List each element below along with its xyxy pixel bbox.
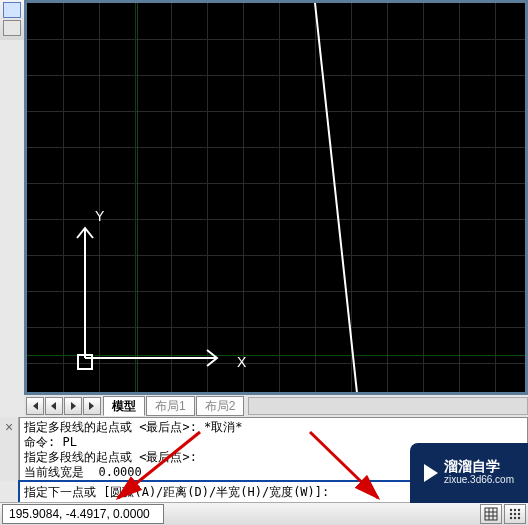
svg-point-9: [514, 509, 516, 511]
svg-rect-3: [485, 508, 497, 520]
axis-x-label: X: [237, 354, 246, 370]
drawing-canvas[interactable]: X Y: [27, 3, 525, 392]
watermark-logo: 溜溜自学 zixue.3d66.com: [410, 443, 528, 503]
svg-point-15: [514, 517, 516, 519]
svg-point-10: [518, 509, 520, 511]
snap-toggle-button[interactable]: [504, 504, 526, 524]
nav-last-button[interactable]: [83, 397, 101, 415]
axis-y-label: Y: [95, 208, 104, 224]
svg-point-11: [510, 513, 512, 515]
nav-next-button[interactable]: [64, 397, 82, 415]
grid-icon: [484, 507, 498, 521]
nav-prev-button[interactable]: [45, 397, 63, 415]
tabs-scrollbar[interactable]: [248, 397, 528, 415]
drawing-canvas-frame: X Y: [24, 0, 528, 395]
svg-point-13: [518, 513, 520, 515]
logo-text-en: zixue.3d66.com: [444, 473, 514, 487]
tool-button-1[interactable]: [3, 2, 21, 18]
left-toolbar: [0, 0, 25, 40]
tab-model[interactable]: 模型: [103, 396, 145, 416]
layout-tabs-row: 模型 布局1 布局2: [24, 395, 528, 417]
ucs-origin-box: [77, 354, 93, 370]
logo-text-cn: 溜溜自学: [444, 459, 514, 473]
close-icon: ×: [5, 419, 13, 435]
nav-first-button[interactable]: [26, 397, 44, 415]
svg-point-8: [510, 509, 512, 511]
snap-icon: [508, 507, 522, 521]
play-icon: [424, 464, 438, 482]
grid-toggle-button[interactable]: [480, 504, 502, 524]
svg-point-16: [518, 517, 520, 519]
tab-layout2[interactable]: 布局2: [196, 396, 245, 416]
ucs-icon: [67, 198, 247, 378]
svg-point-12: [514, 513, 516, 515]
svg-line-0: [315, 3, 357, 392]
status-bar: 195.9084, -4.4917, 0.0000: [0, 502, 528, 525]
coordinate-readout[interactable]: 195.9084, -4.4917, 0.0000: [2, 504, 164, 524]
svg-point-14: [510, 517, 512, 519]
tab-layout2-label: 布局2: [205, 398, 236, 415]
tab-layout1-label: 布局1: [155, 398, 186, 415]
command-panel-close[interactable]: ×: [0, 417, 19, 481]
tab-model-label: 模型: [112, 398, 136, 415]
tab-layout1[interactable]: 布局1: [146, 396, 195, 416]
tool-button-2[interactable]: [3, 20, 21, 36]
command-input-text: 指定下一点或 [圆弧(A)/距离(D)/半宽(H)/宽度(W)]:: [24, 485, 329, 499]
